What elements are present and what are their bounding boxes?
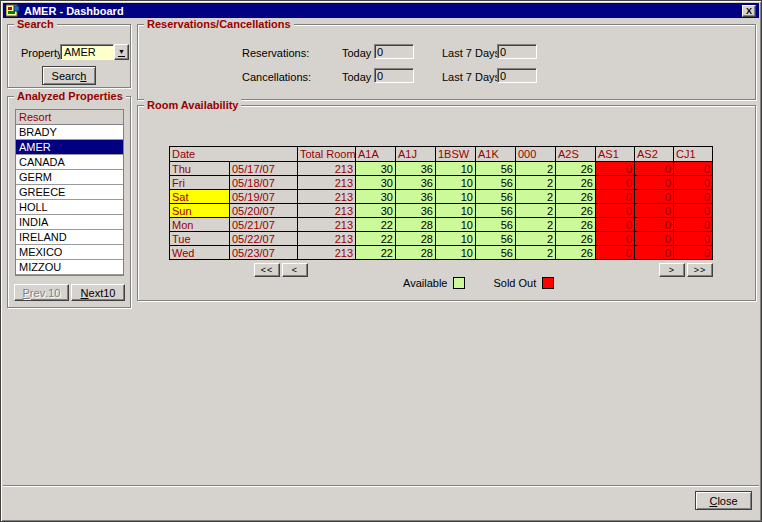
day-cell: Sun (170, 204, 230, 218)
legend-sold-out-label: Sold Out (493, 277, 536, 289)
close-button[interactable]: Close (695, 491, 752, 510)
resort-list-item-germ[interactable]: GERM (16, 170, 123, 185)
date-cell: 05/17/07 (230, 162, 298, 176)
availability-cell: 30 (356, 190, 396, 204)
availability-cell: 28 (396, 246, 436, 260)
titlebar-close-button[interactable]: X (742, 5, 756, 17)
availability-cell: 2 (516, 190, 556, 204)
property-combo-dropdown-button[interactable]: ▼ (114, 44, 129, 60)
cancellations-today-field[interactable]: 0 (374, 68, 414, 83)
table-header-row: DateTotal RoomA1AA1J1BSWA1K000A2SAS1AS2C… (170, 147, 713, 162)
table-row: Mon05/21/0721322281056226000 (170, 218, 713, 232)
page-prev-button[interactable]: < (282, 263, 308, 277)
date-cell: 05/23/07 (230, 246, 298, 260)
availability-cell: 28 (396, 232, 436, 246)
reservations-label: Reservations: (242, 47, 309, 59)
availability-cell: 10 (436, 162, 476, 176)
table-row: Sat05/19/0721330361056226000 (170, 190, 713, 204)
availability-cell: 56 (476, 190, 516, 204)
search-group-title: Search (14, 18, 57, 30)
resort-list-item-brady[interactable]: BRADY (16, 125, 123, 140)
search-button[interactable]: Search (42, 66, 96, 85)
column-header-a1k: A1K (476, 147, 516, 162)
column-header-1bsw: 1BSW (436, 147, 476, 162)
availability-cell: 0 (674, 190, 713, 204)
availability-cell: 0 (596, 232, 635, 246)
availability-cell: 56 (476, 218, 516, 232)
column-header-as1: AS1 (596, 147, 635, 162)
next-10-button[interactable]: Next 10 (71, 284, 125, 301)
page-last-button[interactable]: >> (687, 263, 713, 277)
cancellations-last7-field[interactable]: 0 (497, 68, 537, 83)
availability-cell: 10 (436, 232, 476, 246)
table-row: Thu05/17/0721330361056226000 (170, 162, 713, 176)
availability-cell: 0 (635, 218, 674, 232)
total-room-cell: 213 (298, 176, 356, 190)
resort-list-item-amer[interactable]: AMER (16, 140, 123, 155)
day-cell: Wed (170, 246, 230, 260)
property-label: Property (21, 47, 63, 59)
availability-cell: 0 (674, 204, 713, 218)
date-cell: 05/21/07 (230, 218, 298, 232)
resort-list-item-india[interactable]: INDIA (16, 215, 123, 230)
resort-list-item-canada[interactable]: CANADA (16, 155, 123, 170)
reservations-today-field[interactable]: 0 (374, 44, 414, 59)
reservations-last7-field[interactable]: 0 (497, 44, 537, 59)
reservations-today-label: Today (342, 47, 371, 59)
availability-cell: 2 (516, 246, 556, 260)
search-group: Search Property AMER ▼ Search (7, 24, 131, 88)
availability-cell: 56 (476, 204, 516, 218)
day-cell: Sat (170, 190, 230, 204)
resort-list: Resort BRADYAMERCANADAGERMGREECEHOLLINDI… (15, 109, 124, 276)
prev-10-button[interactable]: Prev. 10 (14, 284, 69, 301)
resort-list-item-holl[interactable]: HOLL (16, 200, 123, 215)
table-row: Sun05/20/0721330361056226000 (170, 204, 713, 218)
window-title: AMER - Dashboard (24, 5, 124, 17)
availability-cell: 0 (596, 246, 635, 260)
resort-list-item-mizzou[interactable]: MIZZOU (16, 260, 123, 275)
total-room-cell: 213 (298, 218, 356, 232)
availability-cell: 0 (596, 176, 635, 190)
availability-cell: 30 (356, 162, 396, 176)
column-header-000: 000 (516, 147, 556, 162)
availability-cell: 0 (674, 232, 713, 246)
dropdown-arrow-icon: ▼ (118, 48, 125, 57)
column-header-cj1: CJ1 (674, 147, 713, 162)
titlebar: AMER - Dashboard X (3, 3, 759, 18)
day-cell: Mon (170, 218, 230, 232)
total-room-cell: 213 (298, 246, 356, 260)
availability-cell: 56 (476, 176, 516, 190)
availability-cell: 36 (396, 204, 436, 218)
availability-cell: 2 (516, 218, 556, 232)
room-availability-table: DateTotal RoomA1AA1J1BSWA1K000A2SAS1AS2C… (169, 146, 713, 260)
availability-cell: 10 (436, 176, 476, 190)
availability-cell: 36 (396, 176, 436, 190)
property-combo-input[interactable]: AMER (60, 44, 114, 60)
date-cell: 05/19/07 (230, 190, 298, 204)
reservations-last7-label: Last 7 Days (442, 47, 500, 59)
availability-cell: 22 (356, 232, 396, 246)
page-first-button[interactable]: << (254, 263, 280, 277)
availability-cell: 30 (356, 204, 396, 218)
total-room-cell: 213 (298, 232, 356, 246)
page-next-button[interactable]: > (659, 263, 685, 277)
availability-cell: 56 (476, 232, 516, 246)
column-header-date: Date (170, 147, 298, 162)
cancellations-today-label: Today (342, 71, 371, 83)
footer-separator (3, 485, 759, 487)
availability-cell: 0 (596, 204, 635, 218)
availability-cell: 0 (635, 232, 674, 246)
availability-cell: 56 (476, 162, 516, 176)
availability-cell: 0 (596, 162, 635, 176)
availability-cell: 22 (356, 246, 396, 260)
date-cell: 05/22/07 (230, 232, 298, 246)
availability-cell: 0 (635, 190, 674, 204)
availability-cell: 0 (596, 218, 635, 232)
availability-cell: 10 (436, 190, 476, 204)
resort-list-item-mexico[interactable]: MEXICO (16, 245, 123, 260)
resort-list-item-greece[interactable]: GREECE (16, 185, 123, 200)
resort-list-item-ireland[interactable]: IRELAND (16, 230, 123, 245)
availability-cell: 26 (556, 162, 596, 176)
column-header-a1a: A1A (356, 147, 396, 162)
resort-list-header: Resort (16, 110, 123, 125)
